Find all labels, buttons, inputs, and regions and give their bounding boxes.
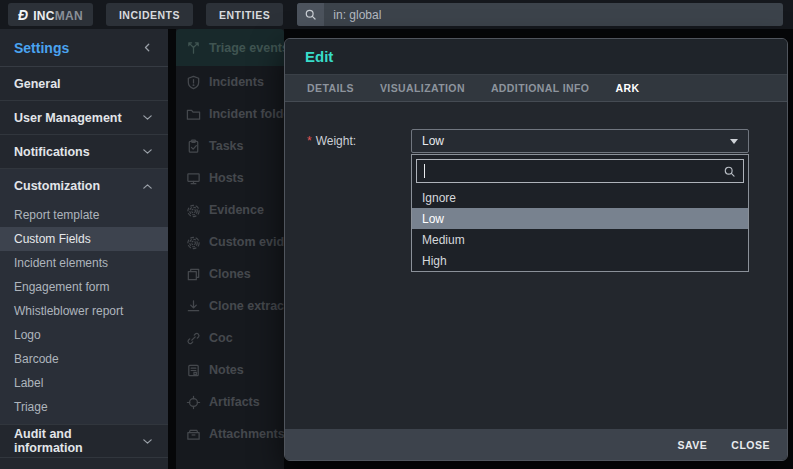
sidebar-item-label: Audit and information — [14, 427, 141, 455]
logo-text-light: MAN — [55, 9, 83, 23]
required-marker: * — [307, 134, 312, 148]
sidebar-item-label: User Management — [14, 111, 122, 125]
dropdown-option-ignore[interactable]: Ignore — [412, 187, 748, 208]
weight-select[interactable]: Low — [411, 129, 749, 153]
close-button[interactable]: CLOSE — [731, 439, 770, 451]
sidebar-item-triage[interactable]: Triage — [0, 395, 168, 419]
dropdown-option-low[interactable]: Low — [412, 208, 748, 229]
sidebar-item-customization[interactable]: Customization — [0, 169, 168, 203]
sidebar-item-label: Customization — [14, 179, 100, 193]
chevron-left-icon[interactable] — [141, 41, 154, 54]
global-search — [297, 3, 783, 26]
dialog-tabbar: DETAILS VISUALIZATION ADDITIONAL INFO AR… — [285, 75, 787, 102]
dropdown-option-high[interactable]: High — [412, 250, 748, 271]
chevron-down-icon — [730, 139, 738, 144]
sidebar-item-user-management[interactable]: User Management — [0, 101, 168, 135]
dropdown-option-medium[interactable]: Medium — [412, 229, 748, 250]
weight-dropdown-panel: Ignore Low Medium High — [411, 154, 749, 272]
sidebar-item-logo[interactable]: Logo — [0, 323, 168, 347]
sidebar-header: Settings — [0, 29, 168, 67]
sidebar-item-incident-elements[interactable]: Incident elements — [0, 251, 168, 275]
sidebar-item-audit-and-information[interactable]: Audit and information — [0, 424, 168, 458]
chevron-down-icon — [141, 435, 154, 448]
app-logo[interactable]: Ð INCMAN — [8, 3, 93, 26]
settings-sidebar: Settings General User Management Notific… — [0, 29, 168, 469]
sidebar-item-custom-fields[interactable]: Custom Fields — [0, 227, 168, 251]
dialog-title: Edit — [305, 48, 333, 65]
tab-ark[interactable]: ARK — [615, 82, 639, 94]
dialog-footer: SAVE CLOSE — [285, 429, 787, 460]
chevron-down-icon — [141, 145, 154, 158]
search-icon — [723, 165, 736, 178]
chevron-up-icon — [141, 180, 154, 193]
sidebar-item-report-template[interactable]: Report template — [0, 203, 168, 227]
topbar: Ð INCMAN INCIDENTS ENTITIES — [0, 0, 793, 29]
customization-section: Customization Report template Custom Fie… — [0, 169, 168, 424]
sidebar-item-whistleblower-report[interactable]: Whistleblower report — [0, 299, 168, 323]
logo-text-bold: INC — [33, 9, 55, 23]
save-button[interactable]: SAVE — [678, 439, 708, 451]
sidebar-title: Settings — [14, 40, 69, 56]
sidebar-item-barcode[interactable]: Barcode — [0, 347, 168, 371]
sidebar-item-label: Notifications — [14, 145, 90, 159]
nav-entities-button[interactable]: ENTITIES — [206, 3, 283, 26]
chevron-down-icon — [141, 111, 154, 124]
tab-details[interactable]: DETAILS — [307, 82, 354, 94]
sidebar-item-notifications[interactable]: Notifications — [0, 135, 168, 169]
sidebar-item-label[interactable]: Label — [0, 371, 168, 395]
nav-incidents-button[interactable]: INCIDENTS — [106, 3, 193, 26]
tab-additional-info[interactable]: ADDITIONAL INFO — [491, 82, 590, 94]
dflabs-d-icon: Ð — [18, 7, 28, 23]
dialog-body: *Weight: Low Ignore Low Medium High — [285, 102, 787, 429]
dropdown-search — [416, 159, 744, 183]
edit-dialog: Edit DETAILS VISUALIZATION ADDITIONAL IN… — [284, 38, 788, 461]
weight-select-value: Low — [422, 134, 444, 148]
sidebar-item-general[interactable]: General — [0, 67, 168, 101]
dropdown-search-input[interactable] — [425, 164, 723, 178]
sidebar-item-label: General — [14, 77, 61, 91]
search-input[interactable] — [324, 8, 783, 22]
dialog-header: Edit — [285, 39, 787, 75]
sidebar-item-engagement-form[interactable]: Engagement form — [0, 275, 168, 299]
search-icon — [297, 3, 324, 26]
tab-visualization[interactable]: VISUALIZATION — [380, 82, 465, 94]
weight-field-label: *Weight: — [307, 134, 356, 148]
